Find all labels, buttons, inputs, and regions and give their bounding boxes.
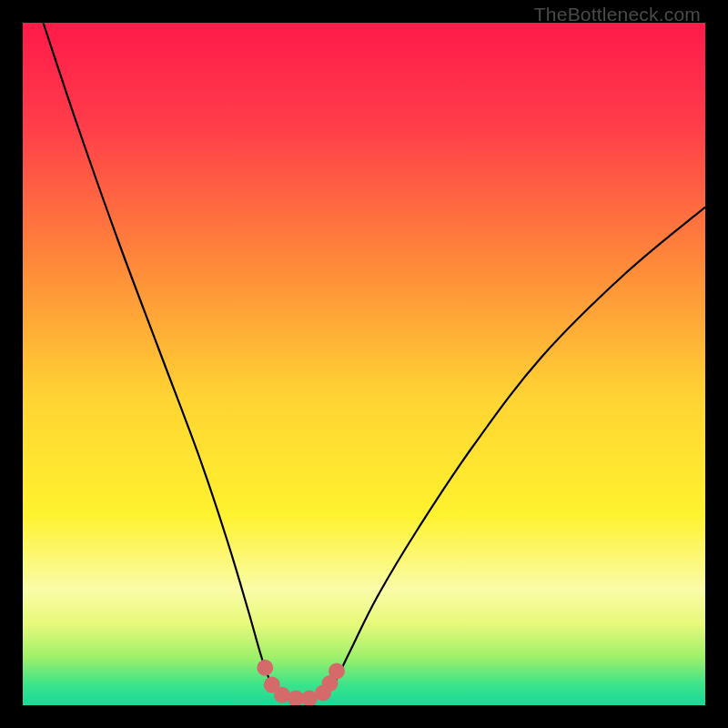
- gradient-background: [23, 23, 705, 705]
- curve-marker: [257, 660, 273, 676]
- chart-frame: [23, 23, 705, 705]
- bottleneck-chart: [23, 23, 705, 705]
- curve-marker: [329, 663, 345, 680]
- curve-marker: [274, 687, 290, 703]
